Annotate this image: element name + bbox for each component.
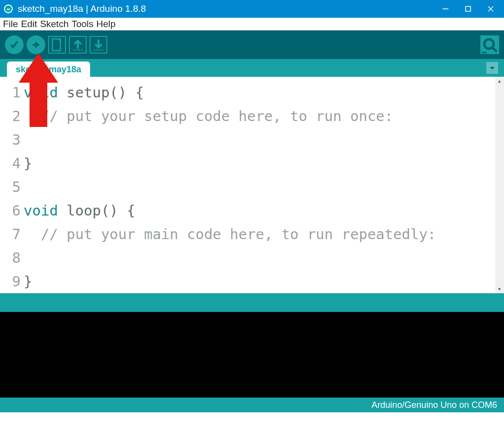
code-editor[interactable]: 1 2 3 4 5 6 7 8 9 void setup() { // put … [0,77,504,294]
arduino-logo-icon: ∞ [4,4,13,13]
svg-rect-1 [466,6,471,11]
line-number: 6 [0,199,21,222]
code-area[interactable]: void setup() { // put your setup code he… [24,77,495,293]
tab-sketch[interactable]: sketch_may18a [7,62,90,77]
upload-button[interactable] [27,35,45,54]
svg-rect-4 [53,39,61,51]
save-sketch-button[interactable] [90,36,107,54]
maximize-button[interactable] [457,0,479,18]
svg-line-8 [492,47,497,52]
new-sketch-button[interactable] [48,36,66,54]
line-number: 2 [0,104,21,128]
code-comment: // put your main code here, to run repea… [24,226,436,243]
menu-sketch[interactable]: Sketch [40,19,68,30]
scroll-up-icon[interactable]: ▴ [498,78,501,84]
close-button[interactable] [479,0,502,18]
line-number-gutter: 1 2 3 4 5 6 7 8 9 [0,77,24,293]
minimize-button[interactable] [434,0,457,18]
open-sketch-button[interactable] [69,36,87,54]
vertical-scrollbar[interactable]: ▴ ▾ [495,77,504,293]
menu-help[interactable]: Help [96,19,116,30]
tab-bar: sketch_may18a [0,59,504,77]
code-comment: // put your setup code here, to run once… [24,108,393,124]
tab-menu-button[interactable] [486,62,498,74]
status-strip [0,294,504,312]
code-keyword: void [24,202,58,219]
menu-file[interactable]: File [3,19,18,30]
serial-monitor-button[interactable] [480,35,499,54]
board-port-label: Arduino/Genuino Uno on COM6 [372,400,497,410]
output-console[interactable] [0,312,504,398]
line-number: 1 [0,81,21,104]
window-titlebar: ∞ sketch_may18a | Arduino 1.8.8 [0,0,504,18]
code-text: setup() { [58,84,144,101]
scroll-down-icon[interactable]: ▾ [498,286,501,292]
line-number: 8 [0,246,21,270]
code-keyword: void [24,84,58,101]
code-text: loop() { [58,202,135,219]
window-title: sketch_may18a | Arduino 1.8.8 [18,3,434,14]
line-number: 5 [0,175,21,199]
code-text: } [24,155,32,172]
line-number: 9 [0,270,21,293]
menu-bar: File Edit Sketch Tools Help [0,18,504,31]
line-number: 4 [0,152,21,175]
line-number: 7 [0,222,21,246]
footer-bar: Arduino/Genuino Uno on COM6 [0,398,504,412]
verify-button[interactable] [5,35,24,54]
code-text: } [24,273,32,290]
line-number: 3 [0,128,21,152]
toolbar [0,31,504,59]
menu-tools[interactable]: Tools [71,19,93,30]
menu-edit[interactable]: Edit [21,19,37,30]
